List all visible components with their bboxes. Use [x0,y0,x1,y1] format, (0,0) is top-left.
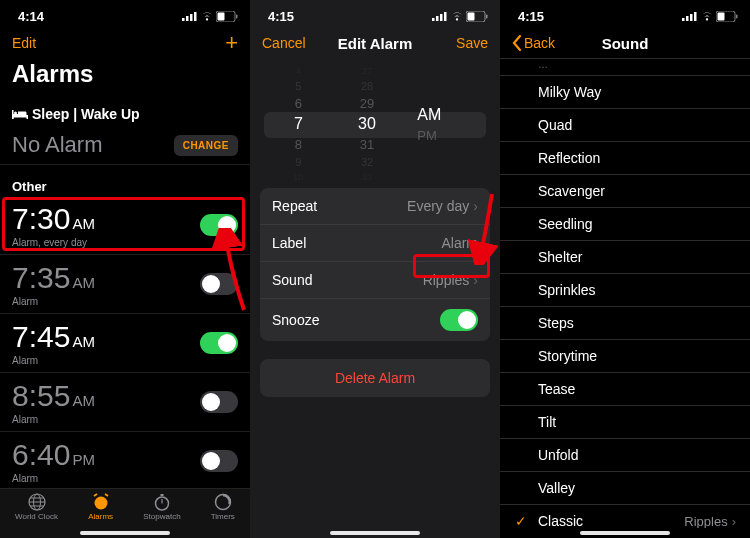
tab-stopwatch[interactable]: Stopwatch [143,493,180,521]
alarm-row[interactable]: 7:35AM Alarm [0,255,250,314]
sound-item[interactable]: Storytime [500,340,750,373]
alarm-subtitle: Alarm [12,414,95,425]
nav-bar: Back Sound [500,28,750,58]
edit-button[interactable]: Edit [12,35,36,51]
cancel-button[interactable]: Cancel [262,35,318,51]
svg-rect-22 [432,18,435,21]
sound-items: Milky WayQuadReflectionScavengerSeedling… [500,76,750,505]
sound-item[interactable]: Shelter [500,241,750,274]
repeat-value: Every day [407,198,469,214]
checkmark-icon: ✓ [510,513,532,528]
nav-bar: Cancel Edit Alarm Save [250,28,500,58]
sound-item[interactable]: Unfold [500,439,750,472]
sound-row[interactable]: Sound Ripples› [260,262,490,299]
sound-item[interactable]: Quad [500,109,750,142]
home-indicator[interactable] [330,531,420,535]
sound-item[interactable]: Steps [500,307,750,340]
svg-rect-30 [686,16,689,21]
svg-rect-1 [186,16,189,21]
battery-icon [716,11,738,22]
home-indicator[interactable] [80,531,170,535]
sound-label: Storytime [532,348,736,364]
sound-item[interactable]: Milky Way [500,76,750,109]
sound-item[interactable]: Reflection [500,142,750,175]
globe-icon [28,493,46,511]
tab-alarms[interactable]: Alarms [88,493,113,521]
repeat-label: Repeat [272,198,317,214]
sound-item[interactable]: Tilt [500,406,750,439]
sound-item[interactable]: Valley [500,472,750,505]
alarm-row[interactable]: 6:40PM Alarm [0,432,250,491]
tab-label: World Clock [15,512,58,521]
svg-rect-35 [736,14,738,18]
alarm-toggle[interactable] [200,214,238,236]
tab-timers[interactable]: Timers [211,493,235,521]
other-section-header: Other [0,165,250,196]
tab-world-clock[interactable]: World Clock [15,493,58,521]
save-button[interactable]: Save [432,35,488,51]
alarm-list: 7:30AM Alarm, every day 7:35AM Alarm 7:4… [0,196,250,491]
sound-label: Sprinkles [532,282,736,298]
time-picker[interactable]: 4 5 6 7 8 9 10 27 28 29 30 31 32 33 AM P… [264,68,486,180]
alarm-toggle[interactable] [200,391,238,413]
sound-label: Scavenger [532,183,736,199]
repeat-row[interactable]: Repeat Every day› [260,188,490,225]
sleep-section-header: Sleep | Wake Up [0,94,250,126]
svg-rect-19 [160,494,163,496]
svg-rect-24 [440,14,443,21]
home-indicator[interactable] [580,531,670,535]
svg-rect-3 [194,12,197,21]
chevron-left-icon [512,35,522,51]
sound-screen: 4:15 Back Sound … Milky WayQuadReflectio… [500,0,750,538]
sound-label: Steps [532,315,736,331]
signal-icon [182,11,198,21]
svg-rect-2 [190,14,193,21]
alarm-time: 7:30AM [12,202,95,236]
edit-alarm-screen: 4:15 Cancel Edit Alarm Save 4 5 6 7 8 9 … [250,0,500,538]
signal-icon [432,11,448,21]
sound-label: Sound [272,272,312,288]
delete-alarm-button[interactable]: Delete Alarm [260,359,490,397]
sleep-row[interactable]: No Alarm CHANGE [0,126,250,165]
sound-item[interactable]: Seedling [500,208,750,241]
svg-rect-10 [27,117,29,119]
alarm-settings: Repeat Every day› Label Alarm Sound Ripp… [260,188,490,341]
add-alarm-button[interactable]: + [225,30,238,56]
svg-rect-11 [12,117,14,119]
alarm-row[interactable]: 7:30AM Alarm, every day [0,196,250,255]
page-title: Alarms [0,58,250,94]
alarm-row[interactable]: 7:45AM Alarm [0,314,250,373]
sound-label: Unfold [532,447,736,463]
svg-rect-6 [236,14,238,18]
label-row[interactable]: Label Alarm [260,225,490,262]
alarm-subtitle: Alarm [12,355,95,366]
wifi-icon [200,11,214,21]
snooze-toggle[interactable] [440,309,478,331]
screen-title: Sound [602,35,649,52]
sound-item-classic[interactable]: ✓ Classic Ripples› [500,505,750,528]
sound-label: Classic [532,513,684,528]
snooze-label: Snooze [272,312,319,328]
alarm-subtitle: Alarm, every day [12,237,95,248]
sound-list[interactable]: … Milky WayQuadReflectionScavengerSeedli… [500,58,750,528]
svg-rect-32 [694,12,697,21]
sound-item[interactable]: Sprinkles [500,274,750,307]
tab-label: Timers [211,512,235,521]
alarm-toggle[interactable] [200,450,238,472]
sound-item[interactable]: Tease [500,373,750,406]
alarm-row[interactable]: 8:55AM Alarm [0,373,250,432]
alarm-toggle[interactable] [200,332,238,354]
battery-icon [466,11,488,22]
svg-rect-23 [436,16,439,21]
back-button[interactable]: Back [512,35,568,51]
svg-rect-29 [682,18,685,21]
clock-time: 4:14 [18,9,44,24]
alarm-toggle[interactable] [200,273,238,295]
chevron-right-icon: › [473,198,478,214]
change-button[interactable]: CHANGE [174,135,238,156]
sound-label: Milky Way [532,84,736,100]
sound-item[interactable]: … [500,58,750,76]
sound-item[interactable]: Scavenger [500,175,750,208]
sound-value: Ripples [423,272,470,288]
svg-rect-31 [690,14,693,21]
